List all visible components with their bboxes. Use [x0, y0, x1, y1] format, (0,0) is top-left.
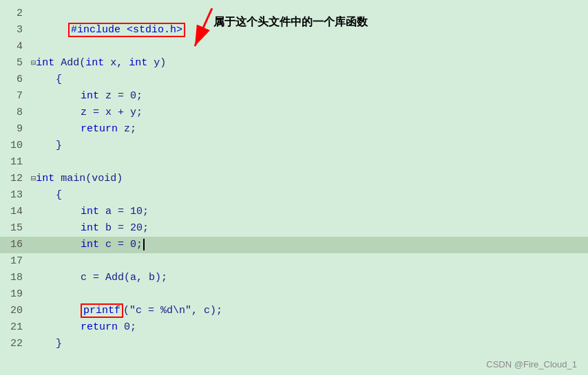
line-number: 10	[0, 138, 31, 154]
line-number: 13	[0, 187, 31, 204]
line-content: z = x + y;	[31, 105, 588, 121]
line-content: }	[31, 336, 588, 352]
code-line-12: 12 ⊟int main(void)	[0, 171, 588, 187]
annotation-arrow	[191, 8, 260, 63]
line-number: 6	[0, 72, 31, 88]
line-content: int a = 10;	[31, 204, 588, 220]
code-line-18: 18 c = Add(a, b);	[0, 270, 588, 286]
line-number: 17	[0, 253, 31, 270]
line-content: int z = 0;	[31, 88, 588, 105]
line-content: printf("c = %d\n", c);	[31, 303, 588, 319]
code-line-9: 9 return z;	[0, 121, 588, 138]
code-line-16: 16 int c = 0;	[0, 237, 588, 253]
code-line-10: 10 }	[0, 138, 588, 154]
code-line-11: 11	[0, 154, 588, 171]
line-number: 14	[0, 204, 31, 220]
code-line-5: 5 ⊟int Add(int x, int y)	[0, 55, 588, 72]
line-number: 22	[0, 336, 31, 352]
line-number: 9	[0, 121, 31, 138]
line-content: c = Add(a, b);	[31, 270, 588, 286]
line-number: 3	[0, 22, 31, 39]
line-number: 21	[0, 319, 31, 336]
code-line-22: 22 }	[0, 336, 588, 352]
printf-keyword: printf	[81, 303, 123, 318]
line-number: 11	[0, 154, 31, 171]
code-line-20: 20 printf("c = %d\n", c);	[0, 303, 588, 319]
watermark: CSDN @Fire_Cloud_1	[486, 359, 577, 369]
line-content: int c = 0;	[31, 237, 588, 253]
line-content: ⊟int Add(int x, int y)	[31, 55, 588, 72]
line-content: {	[31, 187, 588, 204]
code-line-21: 21 return 0;	[0, 319, 588, 336]
line-number: 12	[0, 171, 31, 187]
code-line-15: 15 int b = 20;	[0, 220, 588, 237]
line-number: 7	[0, 88, 31, 105]
line-content: #include <stdio.h>	[31, 6, 588, 55]
code-line-7: 7 int z = 0;	[0, 88, 588, 105]
line-content: int b = 20;	[31, 220, 588, 237]
line-content: }	[31, 138, 588, 154]
line-number: 2	[0, 6, 31, 22]
line-number: 19	[0, 286, 31, 303]
line-number: 16	[0, 237, 31, 253]
line-number: 18	[0, 270, 31, 286]
code-line-14: 14 int a = 10;	[0, 204, 588, 220]
line-number: 20	[0, 303, 31, 319]
line-content: return z;	[31, 121, 588, 138]
line-number: 5	[0, 55, 31, 72]
line-content: return 0;	[31, 319, 588, 336]
line-content: ⊟int main(void)	[31, 171, 588, 187]
line-content: {	[31, 72, 588, 88]
code-line-6: 6 {	[0, 72, 588, 88]
include-statement: #include <stdio.h>	[68, 23, 185, 37]
line-number: 4	[0, 39, 31, 55]
line-number: 15	[0, 220, 31, 237]
code-line-19: 19	[0, 286, 588, 303]
code-area: 2 3 #include <stdio.h> 属于这个头文件中的一个库函数 4 …	[0, 0, 588, 358]
code-line-17: 17	[0, 253, 588, 270]
line-number: 8	[0, 105, 31, 121]
code-line-13: 13 {	[0, 187, 588, 204]
code-line-8: 8 z = x + y;	[0, 105, 588, 121]
svg-line-1	[195, 8, 212, 46]
